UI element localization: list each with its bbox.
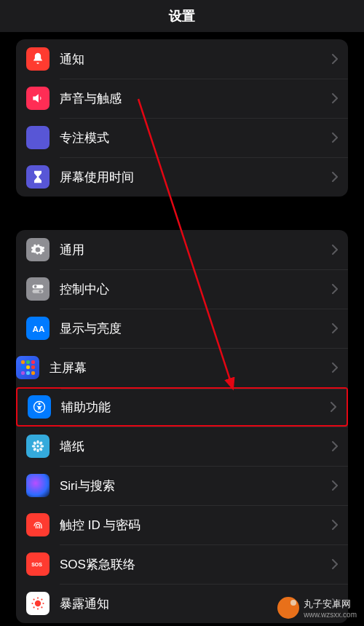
chevron-right-icon bbox=[332, 559, 338, 569]
fingerprint-icon bbox=[26, 513, 50, 536]
row-focus[interactable]: 专注模式 bbox=[16, 118, 348, 157]
settings-group-2: 通用 控制中心 AA 显示与亮度 主屏幕 bbox=[16, 230, 348, 623]
row-home-screen[interactable]: 主屏幕 bbox=[16, 348, 348, 387]
row-label: 显示与亮度 bbox=[60, 320, 332, 337]
svg-point-20 bbox=[31, 603, 33, 604]
svg-point-24 bbox=[33, 606, 35, 608]
svg-point-9 bbox=[36, 448, 39, 452]
row-control-center[interactable]: 控制中心 bbox=[16, 269, 348, 309]
accessibility-icon bbox=[28, 395, 51, 419]
settings-content: 通知 声音与触感 专注模式 屏幕使用时间 bbox=[0, 39, 364, 623]
row-label: 专注模式 bbox=[60, 130, 332, 146]
watermark-url: www.wzsxx.com bbox=[304, 611, 357, 619]
page-title: 设置 bbox=[169, 7, 195, 25]
svg-point-17 bbox=[35, 601, 41, 606]
row-label: 控制中心 bbox=[60, 281, 332, 298]
speaker-icon bbox=[26, 87, 50, 110]
svg-rect-0 bbox=[33, 285, 44, 288]
gear-icon bbox=[26, 238, 50, 261]
row-screen-time[interactable]: 屏幕使用时间 bbox=[16, 157, 348, 197]
text-size-icon: AA bbox=[26, 317, 50, 340]
svg-point-19 bbox=[37, 608, 39, 609]
watermark-text: 丸子安卓网 bbox=[304, 598, 357, 611]
siri-icon bbox=[26, 474, 50, 497]
chevron-right-icon bbox=[332, 520, 338, 530]
svg-point-15 bbox=[39, 447, 43, 451]
chevron-right-icon bbox=[332, 245, 338, 255]
svg-text:SOS: SOS bbox=[31, 562, 42, 567]
row-siri-search[interactable]: Siri与搜索 bbox=[16, 466, 348, 505]
watermark: 丸子安卓网 www.wzsxx.com bbox=[277, 597, 357, 619]
home-grid-icon bbox=[16, 356, 39, 379]
bell-icon bbox=[26, 47, 50, 71]
row-label: SOS紧急联络 bbox=[60, 556, 332, 573]
svg-point-13 bbox=[39, 441, 43, 445]
chevron-right-icon bbox=[332, 54, 338, 64]
flower-icon bbox=[26, 435, 50, 458]
svg-point-10 bbox=[32, 445, 36, 447]
row-label: Siri与搜索 bbox=[60, 478, 332, 494]
svg-rect-1 bbox=[33, 290, 44, 293]
row-accessibility[interactable]: 辅助功能 bbox=[16, 387, 348, 427]
chevron-right-icon bbox=[332, 362, 338, 373]
chevron-right-icon bbox=[332, 323, 338, 333]
row-label: 通用 bbox=[60, 242, 332, 258]
hourglass-icon bbox=[26, 165, 50, 189]
row-sos[interactable]: SOS SOS紧急联络 bbox=[16, 544, 348, 584]
moon-icon bbox=[26, 126, 50, 149]
chevron-right-icon bbox=[332, 441, 338, 451]
svg-point-11 bbox=[40, 445, 44, 447]
svg-text:AA: AA bbox=[33, 324, 45, 333]
row-label: 触控 ID 与密码 bbox=[60, 517, 332, 534]
switches-icon bbox=[26, 277, 50, 301]
chevron-right-icon bbox=[331, 402, 336, 412]
svg-point-25 bbox=[41, 606, 42, 608]
svg-point-12 bbox=[33, 441, 37, 445]
chevron-right-icon bbox=[332, 172, 338, 182]
sos-icon: SOS bbox=[26, 552, 50, 576]
settings-group-1: 通知 声音与触感 专注模式 屏幕使用时间 bbox=[16, 39, 348, 197]
row-label: 主屏幕 bbox=[50, 360, 332, 376]
row-touch-id-passcode[interactable]: 触控 ID 与密码 bbox=[16, 505, 348, 544]
svg-point-18 bbox=[37, 597, 39, 598]
exposure-icon bbox=[26, 592, 50, 615]
svg-point-22 bbox=[33, 599, 35, 601]
row-label: 声音与触感 bbox=[60, 90, 332, 107]
row-general[interactable]: 通用 bbox=[16, 230, 348, 269]
row-notifications[interactable]: 通知 bbox=[16, 39, 348, 79]
row-wallpaper[interactable]: 墙纸 bbox=[16, 427, 348, 466]
row-sounds-haptics[interactable]: 声音与触感 bbox=[16, 79, 348, 118]
row-label: 墙纸 bbox=[60, 438, 332, 455]
svg-point-21 bbox=[42, 603, 44, 604]
svg-point-14 bbox=[33, 447, 37, 451]
chevron-right-icon bbox=[332, 132, 338, 143]
svg-point-8 bbox=[36, 440, 39, 444]
row-label: 辅助功能 bbox=[61, 399, 331, 416]
svg-point-6 bbox=[39, 403, 41, 405]
chevron-right-icon bbox=[332, 480, 338, 491]
header: 设置 bbox=[0, 0, 364, 32]
row-label: 屏幕使用时间 bbox=[60, 169, 332, 186]
watermark-logo-icon bbox=[277, 597, 299, 619]
svg-point-3 bbox=[39, 290, 42, 293]
chevron-right-icon bbox=[332, 93, 338, 103]
svg-point-7 bbox=[36, 445, 39, 447]
row-label: 通知 bbox=[60, 51, 332, 68]
svg-point-2 bbox=[34, 285, 37, 288]
row-display-brightness[interactable]: AA 显示与亮度 bbox=[16, 309, 348, 348]
chevron-right-icon bbox=[332, 284, 338, 294]
svg-point-23 bbox=[41, 599, 42, 601]
